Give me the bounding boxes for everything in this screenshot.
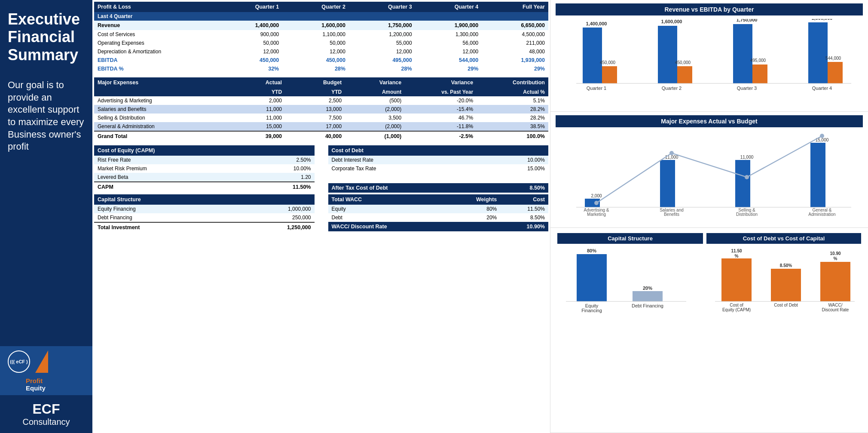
expenses-chart-svg: 2,000 Advertising & Marketing 11,000 Sal… — [559, 131, 860, 217]
cc-wacc-cat1: WACC/ — [828, 303, 843, 307]
wacc-eq-label: Equity — [328, 205, 448, 213]
wacc-table: Total WACC Weights Cost Equity 80% 11.50… — [328, 194, 549, 231]
exp-sub-actpct: Actual % — [477, 88, 548, 96]
pnl-revenue-q3: 1,750,000 — [349, 21, 416, 30]
q1-axis-label: Quarter 1 — [586, 86, 606, 91]
wacc-total-label: WACC/ Discount Rate — [328, 222, 448, 231]
pnl-ebitdapct-fy: 29% — [482, 64, 548, 73]
exp-sell-actual: 11,000 — [226, 114, 285, 122]
pnl-revenue-q1: 1,400,000 — [216, 21, 283, 30]
exp-adv-row: Advertising & Marketing 2,000 2,500 (500… — [94, 96, 548, 105]
exp-ga-varpyr: -11.8% — [405, 122, 477, 131]
exp-col-budget: Budget — [285, 77, 345, 88]
cs-eq-row: Equity Financing 1,000,000 — [94, 205, 315, 213]
cc-wacc-pct: % — [834, 256, 837, 261]
ce-header: Cost of Equity (CAPM) — [94, 145, 315, 156]
cc-wacc-bar — [820, 262, 850, 301]
ce-capm-val: 11.50% — [246, 182, 314, 192]
pnl-da-row: Depreciation & Amortization 12,000 12,00… — [94, 47, 548, 56]
cs-debt-cat: Debt Financing — [632, 303, 663, 308]
rev-q2-bar — [658, 26, 677, 83]
pnl-da-q2: 12,000 — [282, 47, 349, 56]
pnl-col-q4: Quarter 4 — [416, 2, 482, 12]
ebitda-q3-bar — [752, 64, 767, 83]
logo-triangle-icon — [35, 350, 48, 373]
exp-sell-contrib: 28.2% — [477, 114, 548, 122]
ebitda-q4-label: 544,000 — [825, 56, 841, 61]
exp-adv-label-chart: 2,000 — [591, 193, 602, 198]
cs-debt-val: 250,000 — [229, 213, 314, 222]
cs-total-val: 1,250,000 — [229, 222, 314, 232]
wacc-eq-weight: 80% — [447, 205, 500, 213]
sidebar-goal-text: Our goal is to provide an excellent supp… — [0, 72, 92, 346]
pnl-ebitdapct-q4: 29% — [416, 64, 482, 73]
ce-lb-val: 1.20 — [246, 173, 314, 182]
cd-atcod-row: After Tax Cost of Debt 8.50% — [328, 183, 549, 193]
exp-sub-amt: Amount — [345, 88, 405, 96]
ce-rfr-row: Rist Free Rate 2.50% — [94, 156, 315, 164]
cc-ce-cat1: Cost of — [730, 303, 743, 307]
pnl-revenue-q4: 1,900,000 — [416, 21, 482, 30]
rev-q1-label: 1,400,000 — [586, 21, 607, 26]
exp-col-actual: Actual — [226, 77, 285, 88]
budget-point-3 — [745, 175, 749, 179]
wacc-total-empty — [447, 222, 500, 231]
exp-sell-cat2: Distribution — [736, 212, 757, 217]
cc-ce-label: 11.50 — [731, 249, 742, 253]
exp-adv-contrib: 5.1% — [477, 96, 548, 105]
exp-sal-var: (2,000) — [345, 105, 405, 114]
ce-mrp-label: Market Risk Premium — [94, 164, 246, 173]
exp-adv-budget: 2,500 — [285, 96, 345, 105]
pnl-cos-q4: 1,300,000 — [416, 30, 482, 39]
pnl-ebitdapct-row: EBITDA % 32% 28% 28% 29% 29% — [94, 64, 548, 73]
wacc-header: Total WACC Weights Cost — [328, 194, 549, 205]
main-container: Executive Financial Summary Our goal is … — [0, 0, 868, 433]
pnl-revenue-label: Revenue — [94, 21, 216, 30]
cap-struct-container: Capital Structure Equity Financing 1,000… — [94, 194, 315, 232]
exp-col-title: Major Expenses — [94, 77, 226, 88]
logo-text: ((( eCF ) — [10, 359, 28, 364]
wacc-debt-weight: 20% — [447, 213, 500, 222]
wacc-total-row: WACC/ Discount Rate 10.90% — [328, 222, 549, 231]
exp-adv-label: Advertising & Marketing — [94, 96, 226, 105]
pnl-ebitdapct-label: EBITDA % — [94, 64, 216, 73]
ce-mrp-row: Market Risk Premium 10.00% — [94, 164, 315, 173]
cs-title: Capital Structure — [94, 194, 315, 205]
pnl-opex-label: Operating Expenses — [94, 39, 216, 47]
pnl-ebitdapct-q1: 32% — [216, 64, 283, 73]
exp-sell-bar — [735, 160, 750, 207]
cap-struct-svg: 80% Equity Financing 20% Debt Financing — [557, 246, 695, 313]
q4-axis-label: Quarter 4 — [812, 86, 831, 91]
ecf-text: ECF — [8, 401, 85, 417]
cc-cd-cat: Cost of Debt — [774, 303, 798, 307]
pnl-da-q4: 12,000 — [416, 47, 482, 56]
pnl-col-fy: Full Year — [482, 2, 548, 12]
cd-ctr-label: Corporate Tax Rate — [328, 164, 487, 173]
ce-mrp-val: 10.00% — [246, 164, 314, 173]
cs-eq-label: Equity Financing — [94, 205, 229, 213]
cs-debt-pct-label: 20% — [643, 286, 652, 291]
cd-dir-row: Debt Interest Rate 10.00% — [328, 156, 549, 164]
cap-struct-chart-title: Capital Structure — [557, 233, 703, 244]
wacc-col1: Total WACC — [328, 194, 448, 205]
exp-ga-var: (2,000) — [345, 122, 405, 131]
exp-gt-label: Grand Total — [94, 131, 226, 141]
pnl-cos-q1: 900,000 — [216, 30, 283, 39]
pnl-opex-q3: 55,000 — [349, 39, 416, 47]
cost-tables-spacer — [317, 145, 326, 193]
cc-ce-bar — [721, 258, 752, 301]
revenue-chart-title: Revenue vs EBITDA by Quarter — [556, 3, 863, 15]
exp-sal-contrib: 28.2% — [477, 105, 548, 114]
sidebar-profit-equity: Profit Equity — [0, 375, 92, 395]
pnl-revenue-q2: 1,600,000 — [282, 21, 349, 30]
pnl-subheader: Last 4 Quarter — [94, 12, 548, 21]
rev-q2-label: 1,600,000 — [661, 19, 682, 24]
rev-q4-label: 1,900,000 — [811, 19, 832, 21]
q2-axis-label: Quarter 2 — [661, 86, 681, 91]
cost-equity-container: Cost of Equity (CAPM) Rist Free Rate 2.5… — [94, 145, 315, 193]
pnl-revenue-fy: 6,650,000 — [482, 21, 548, 30]
cs-debt-bar — [633, 291, 663, 301]
exp-sell-budget: 7,500 — [285, 114, 345, 122]
exp-sal-label: Salaries and Benefits — [94, 105, 226, 114]
cost-debt-container: Cost of Debt Debt Interest Rate 10.00% C… — [328, 145, 549, 193]
